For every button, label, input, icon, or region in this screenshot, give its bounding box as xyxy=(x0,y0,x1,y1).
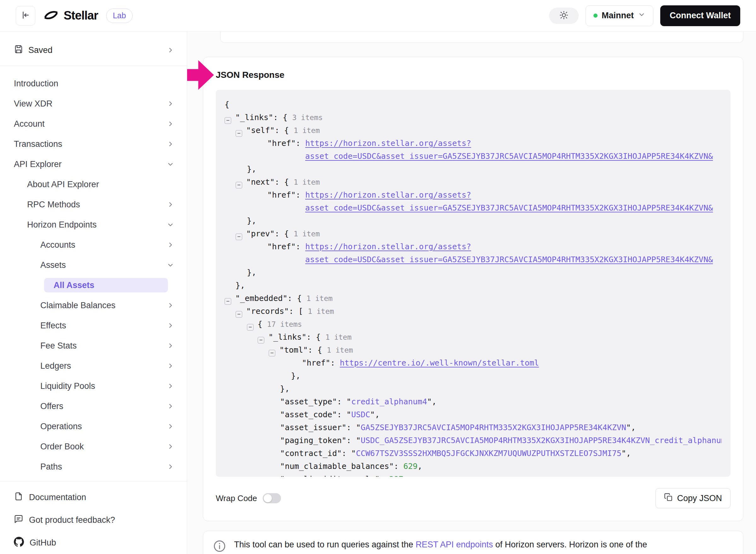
sidebar-item-operations[interactable]: Operations xyxy=(0,416,187,436)
json-segment: ", xyxy=(370,410,380,419)
json-line: "self": { 1 item xyxy=(225,124,722,137)
sidebar-item-account[interactable]: Account xyxy=(0,114,187,134)
json-link[interactable]: asset_code=USDC&asset_issuer=GA5ZSEJYB37… xyxy=(305,152,713,161)
json-segment: : " xyxy=(342,449,356,458)
collapse-toggle-icon[interactable] xyxy=(225,298,231,305)
sidebar-item-view-xdr[interactable]: View XDR xyxy=(0,94,187,114)
sidebar-item-introduction[interactable]: Introduction xyxy=(0,73,187,94)
sidebar-item-label: Fee Stats xyxy=(40,341,77,351)
sidebar-item-label: Order Book xyxy=(40,442,84,452)
json-line: "asset_type": "credit_alphanum4", xyxy=(225,395,722,408)
chevron-down-icon xyxy=(167,160,174,168)
wrap-code-toggle[interactable] xyxy=(263,493,281,503)
json-segment: , xyxy=(403,475,408,477)
json-line: "paging_token": "USDC_GA5ZSEJYB37JRC5AVC… xyxy=(225,434,722,447)
json-code: {"_links": { 3 items"self": { 1 item"hre… xyxy=(225,98,722,477)
json-link[interactable]: https://horizon.stellar.org/assets? xyxy=(305,242,471,251)
chevron-right-icon xyxy=(167,120,174,128)
chevron-down-icon xyxy=(167,221,174,228)
sidebar-item-label: All Assets xyxy=(54,280,95,290)
sidebar-item-paths[interactable]: Paths xyxy=(0,457,187,477)
json-line: { 17 items xyxy=(225,318,722,331)
collapse-toggle-icon[interactable] xyxy=(225,117,231,124)
json-segment: "_embedded" xyxy=(235,294,288,303)
json-segment: 1 item xyxy=(294,230,320,238)
sidebar-item-fee-stats[interactable]: Fee Stats xyxy=(0,336,187,356)
json-link[interactable]: https://horizon.stellar.org/assets? xyxy=(305,138,471,148)
sidebar-item-label: Horizon Endpoints xyxy=(27,220,97,230)
sidebar-item-label: Effects xyxy=(40,321,66,331)
json-segment: : [ xyxy=(289,307,308,316)
sidebar-item-all-assets[interactable]: All Assets xyxy=(44,278,168,292)
sidebar-item-claimable-balances[interactable]: Claimable Balances xyxy=(0,295,187,316)
sidebar-item-rpc-methods[interactable]: RPC Methods xyxy=(0,195,187,215)
json-line: "_links": { 3 items xyxy=(225,111,722,124)
github-label: GitHub xyxy=(30,538,56,548)
network-selector[interactable]: Mainnet xyxy=(586,5,653,26)
collapse-toggle-icon[interactable] xyxy=(236,233,242,240)
wrap-code-label: Wrap Code xyxy=(216,494,257,503)
collapse-toggle-icon[interactable] xyxy=(236,182,242,188)
sidebar-item-ledgers[interactable]: Ledgers xyxy=(0,356,187,376)
collapse-toggle-icon[interactable] xyxy=(258,337,264,343)
rest-api-endpoints-link[interactable]: REST API endpoints xyxy=(415,540,493,549)
collapse-sidebar-button[interactable] xyxy=(16,6,35,25)
sidebar-nav: IntroductionView XDRAccountTransactionsA… xyxy=(0,66,187,481)
collapse-toggle-icon[interactable] xyxy=(236,311,242,318)
json-segment: : xyxy=(296,138,305,148)
json-segment: USDC_GA5ZSEJYB37JRC5AVCIA5MOP4RHTM335X2K… xyxy=(361,436,722,445)
json-link[interactable]: https://centre.io/.well-known/stellar.to… xyxy=(340,358,539,368)
brand[interactable]: Stellar xyxy=(44,8,98,24)
sidebar-item-about-api-explorer[interactable]: About API Explorer xyxy=(0,174,187,195)
sidebar-item-order-book[interactable]: Order Book xyxy=(0,436,187,457)
chevron-right-icon xyxy=(167,301,174,309)
brand-name: Stellar xyxy=(64,9,98,22)
sidebar-item-label: RPC Methods xyxy=(27,200,80,210)
json-line: }, xyxy=(225,279,722,292)
json-link[interactable]: https://horizon.stellar.org/assets? xyxy=(305,190,471,200)
sidebar-item-transactions[interactable]: Transactions xyxy=(0,134,187,154)
json-segment: 1 item xyxy=(294,178,320,186)
sidebar-item-label: View XDR xyxy=(14,99,53,109)
sidebar-item-feedback[interactable]: Got product feedback? xyxy=(0,509,187,531)
chevron-right-icon xyxy=(167,342,174,349)
chevron-right-icon xyxy=(167,362,174,370)
json-segment: 387 xyxy=(389,475,403,477)
theme-toggle[interactable] xyxy=(549,8,579,24)
connect-wallet-button[interactable]: Connect Wallet xyxy=(660,5,740,26)
sidebar-item-effects[interactable]: Effects xyxy=(0,316,187,336)
collapse-toggle-icon[interactable] xyxy=(247,324,253,331)
lab-badge: Lab xyxy=(106,8,133,23)
sidebar-item-label: Ledgers xyxy=(40,361,71,371)
sidebar-item-saved[interactable]: Saved xyxy=(0,40,187,60)
collapse-toggle-icon[interactable] xyxy=(269,350,275,356)
sidebar-item-liquidity-pools[interactable]: Liquidity Pools xyxy=(0,376,187,396)
json-segment: USDC xyxy=(351,410,370,419)
sidebar-item-github[interactable]: GitHub xyxy=(0,531,187,554)
sidebar-item-documentation[interactable]: Documentation xyxy=(0,486,187,509)
json-line: "href": https://centre.io/.well-known/st… xyxy=(225,356,722,369)
json-line: asset_code=USDC&asset_issuer=GA5ZSEJYB37… xyxy=(225,150,722,163)
sidebar-item-api-explorer[interactable]: API Explorer xyxy=(0,154,187,174)
sidebar-item-offers[interactable]: Offers xyxy=(0,396,187,416)
collapse-toggle-icon[interactable] xyxy=(236,130,242,137)
json-link[interactable]: asset_code=USDC&asset_issuer=GA5ZSEJYB37… xyxy=(305,255,713,264)
json-line: asset_code=USDC&asset_issuer=GA5ZSEJYB37… xyxy=(225,201,722,214)
info-note-text: This tool can be used to run queries aga… xyxy=(234,539,647,551)
json-line: }, xyxy=(225,382,722,395)
copy-json-button[interactable]: Copy JSON xyxy=(655,488,731,508)
sidebar-item-assets[interactable]: Assets xyxy=(0,255,187,275)
sidebar-item-accounts[interactable]: Accounts xyxy=(0,235,187,255)
json-segment: "self" xyxy=(246,126,275,135)
json-segment: : xyxy=(380,475,389,477)
sun-icon xyxy=(559,10,569,21)
json-link[interactable]: asset_code=USDC&asset_issuer=GA5ZSEJYB37… xyxy=(305,203,713,212)
json-segment: { xyxy=(258,320,267,329)
json-line: "toml": { 1 item xyxy=(225,343,722,356)
sidebar-item-horizon-endpoints[interactable]: Horizon Endpoints xyxy=(0,215,187,235)
json-segment: "records" xyxy=(246,307,289,316)
json-segment: "asset_type" xyxy=(280,397,337,406)
json-segment: 17 items xyxy=(267,320,302,328)
json-segment: "toml" xyxy=(279,345,308,354)
sidebar-item-label: Operations xyxy=(40,422,82,431)
